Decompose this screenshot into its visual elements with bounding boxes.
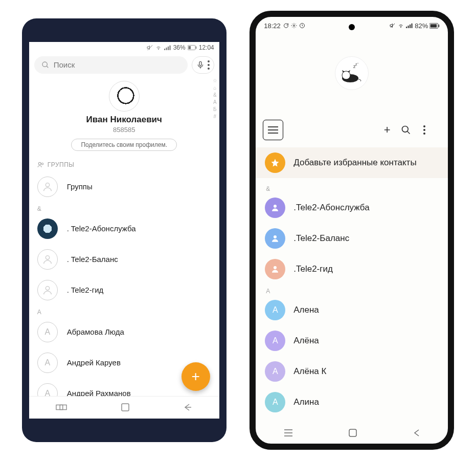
contact-row[interactable]: . Tele2-Баланс <box>29 244 219 275</box>
nav-bar <box>256 422 448 444</box>
phone-right: 18:22 82% zzz + <box>250 11 454 450</box>
contact-initial: А <box>265 300 285 320</box>
search-input[interactable]: Поиск <box>34 56 188 74</box>
svg-point-1 <box>158 49 158 50</box>
mute-icon <box>147 45 153 51</box>
contact-initial: А <box>37 353 58 373</box>
svg-rect-32 <box>412 24 413 28</box>
profile-name: Иван Николаевич <box>29 115 219 125</box>
svg-point-28 <box>401 27 401 28</box>
search-button[interactable] <box>401 125 418 135</box>
contact-row[interactable]: . Tele2-гид <box>29 275 219 305</box>
nav-recents-icon[interactable] <box>284 429 293 437</box>
svg-point-48 <box>423 133 425 135</box>
more-icon[interactable] <box>208 60 210 70</box>
svg-rect-4 <box>168 46 169 50</box>
index-hash[interactable]: # <box>213 114 216 119</box>
svg-point-18 <box>46 183 49 186</box>
svg-point-47 <box>423 129 425 131</box>
svg-point-9 <box>42 62 47 67</box>
clock-icon <box>299 23 305 29</box>
contact-avatar <box>37 249 58 270</box>
contact-avatar <box>37 218 58 239</box>
svg-point-17 <box>41 163 43 165</box>
groups-label: Группы <box>67 182 93 191</box>
svg-rect-3 <box>166 48 167 50</box>
contact-name: . Tele2-Абонслужба <box>67 224 136 233</box>
status-time: 12:04 <box>199 44 214 51</box>
groups-row[interactable]: Группы <box>29 171 219 202</box>
wifi-icon <box>155 45 162 51</box>
index-amp[interactable]: & <box>213 92 217 98</box>
svg-point-46 <box>423 125 425 127</box>
plus-icon: + <box>192 368 200 385</box>
svg-line-0 <box>147 45 152 50</box>
profile-hero[interactable]: zzz <box>256 30 448 117</box>
contact-name: . Tele2-Баланс <box>67 255 118 264</box>
battery-icon <box>188 45 197 50</box>
nav-back-icon[interactable] <box>183 403 192 411</box>
svg-rect-22 <box>60 405 67 409</box>
svg-point-20 <box>46 286 49 290</box>
contact-row[interactable]: А Алина <box>256 387 448 418</box>
contact-name: Абрамова Люда <box>67 327 124 336</box>
contact-name: Алина <box>293 397 319 407</box>
svg-rect-29 <box>406 27 407 28</box>
svg-line-10 <box>47 66 48 68</box>
mic-icon[interactable] <box>196 60 205 70</box>
contact-initial: А <box>265 361 285 382</box>
contact-row[interactable]: .Tele2-Баланс <box>256 223 448 254</box>
index-star[interactable]: ☆ <box>213 78 217 83</box>
groups-icon <box>37 161 44 168</box>
contact-row[interactable]: .Tele2-Абонслужба <box>256 192 448 223</box>
contact-avatar <box>37 280 58 300</box>
contact-name: . Tele2-гид <box>67 286 104 294</box>
svg-line-45 <box>407 131 410 134</box>
nav-recents-icon[interactable] <box>56 403 67 411</box>
contact-row[interactable]: А Алёна <box>256 325 448 356</box>
profile-card[interactable]: ☆ ⌂ & А Б # Иван Николаевич 858585 Подел… <box>29 77 219 156</box>
contact-row[interactable]: А Алена <box>256 295 448 325</box>
contact-row[interactable]: . Tele2-Абонслужба <box>29 213 219 244</box>
battery-percent: 82% <box>415 22 428 30</box>
index-b[interactable]: Б <box>213 106 217 112</box>
contact-initial: А <box>37 322 58 342</box>
profile-avatar[interactable] <box>109 81 140 112</box>
gear-icon <box>291 23 297 29</box>
index-a[interactable]: А <box>213 99 217 105</box>
svg-point-50 <box>274 235 277 238</box>
contact-initial: А <box>265 331 285 351</box>
svg-point-15 <box>208 68 210 70</box>
camera-hole <box>349 24 355 30</box>
svg-rect-11 <box>199 61 201 65</box>
add-button[interactable]: + <box>378 123 396 137</box>
nav-home-icon[interactable] <box>349 429 357 437</box>
share-profile-button[interactable]: Поделитесь своим профилем. <box>71 139 177 151</box>
nav-home-icon[interactable] <box>121 403 129 411</box>
chat-icon <box>283 23 289 29</box>
svg-rect-7 <box>188 46 191 49</box>
contact-name: Андрей Каруев <box>67 358 121 367</box>
add-contact-fab[interactable]: + <box>182 362 210 391</box>
favorites-row[interactable]: Добавьте избранные контакты <box>256 147 448 178</box>
battery-icon <box>429 23 440 29</box>
contact-row[interactable]: .Tele2-гид <box>256 254 448 284</box>
more-button[interactable] <box>423 125 441 135</box>
svg-rect-5 <box>169 45 170 50</box>
svg-text:z: z <box>357 63 359 64</box>
svg-rect-34 <box>430 24 437 28</box>
contact-avatar <box>265 228 285 249</box>
svg-point-25 <box>293 25 294 27</box>
contact-row[interactable]: А Абрамова Люда <box>29 317 219 347</box>
status-bar: 36% 12:04 <box>29 42 219 53</box>
contact-row[interactable]: А Алёна К <box>256 356 448 387</box>
menu-button[interactable] <box>263 120 283 140</box>
index-scroller[interactable]: ☆ ⌂ & А Б # <box>213 78 217 119</box>
svg-rect-2 <box>164 49 165 50</box>
nav-back-icon[interactable] <box>413 429 420 437</box>
svg-rect-8 <box>195 46 196 49</box>
index-home[interactable]: ⌂ <box>213 85 216 91</box>
svg-rect-55 <box>349 429 356 436</box>
svg-rect-23 <box>122 404 129 411</box>
search-icon <box>41 61 50 69</box>
